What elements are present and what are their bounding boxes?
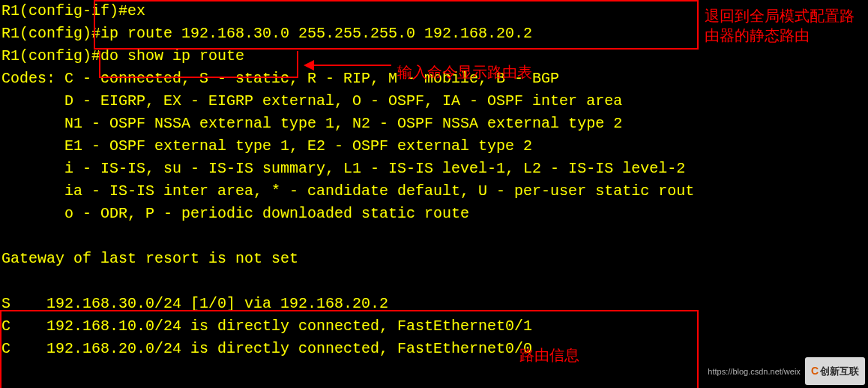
arrow-line: [309, 65, 391, 66]
watermark-url: https://blog.csdn.net/weix: [708, 360, 801, 383]
annotation-route-info: 路由信息: [519, 345, 579, 365]
annotation-show-route: 输入命令显示路由表: [397, 62, 532, 82]
watermark-logo: C创新互联: [805, 357, 865, 385]
terminal-output: R1(config-if)#ex R1(config)#ip route 192…: [0, 0, 699, 388]
arrow-head-icon: [304, 60, 314, 71]
annotation-return-global: 退回到全局模式配置路由器的静态路由: [705, 6, 866, 45]
watermark: https://blog.csdn.net/weix C创新互联: [708, 357, 865, 385]
